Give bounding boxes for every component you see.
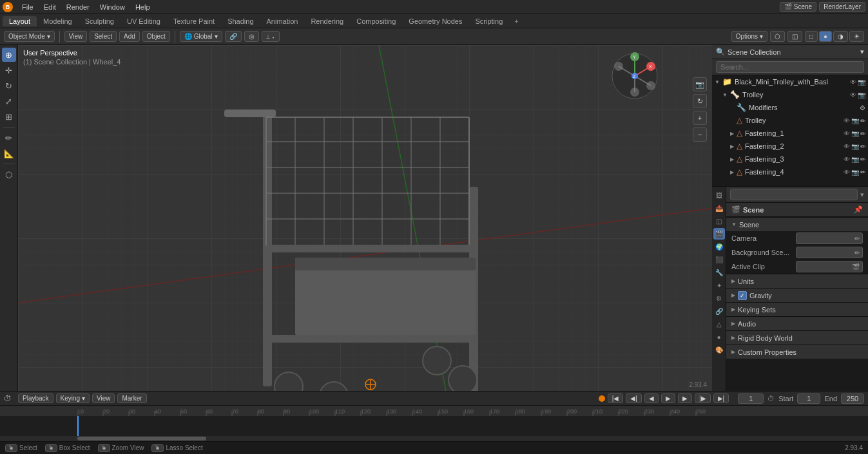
outliner-filter-icon[interactable]: ▾	[860, 48, 864, 56]
outliner-item-5[interactable]: ▶ △ Fastening_2 👁 📷 ✏	[712, 140, 868, 153]
tab-rendering[interactable]: Rendering	[304, 16, 350, 26]
scale-tool-btn[interactable]: ⤢	[2, 94, 16, 108]
tab-uv-editing[interactable]: UV Editing	[121, 16, 167, 26]
annotate-btn[interactable]: ✏	[2, 131, 16, 145]
options-btn[interactable]: Options ▾	[731, 31, 767, 42]
gravity-checkbox[interactable]: ✓	[738, 291, 747, 300]
next-keyframe-btn[interactable]: |▶	[695, 393, 711, 403]
extra-tools-btn[interactable]: ⟂ ▾	[262, 31, 280, 42]
menu-render[interactable]: Render	[61, 2, 95, 12]
edit-icon-7[interactable]: ✏	[860, 169, 865, 176]
render-toggle-4[interactable]: 📷	[851, 130, 859, 137]
gravity-section-header[interactable]: ▶ ✓ Gravity	[726, 288, 868, 302]
add-menu-btn[interactable]: Add	[119, 31, 140, 42]
timeline-scrollbar[interactable]	[0, 436, 868, 441]
prop-tab-particles[interactable]: ✦	[713, 279, 725, 291]
prop-tab-object-data[interactable]: △	[713, 318, 725, 330]
visibility-toggle-5[interactable]: 👁	[844, 143, 850, 150]
jump-start-btn[interactable]: |◀	[608, 393, 624, 403]
rigid-body-header[interactable]: ▶ Rigid Body World	[726, 330, 868, 345]
orbit-btn[interactable]: ↻	[693, 94, 707, 108]
next-frame-btn[interactable]: ▶	[678, 393, 692, 403]
view-menu-btn[interactable]: View	[92, 393, 115, 403]
menu-help[interactable]: Help	[130, 2, 155, 12]
tab-texture-paint[interactable]: Texture Paint	[167, 16, 221, 26]
jump-end-btn[interactable]: ▶|	[713, 393, 729, 403]
tab-sculpting[interactable]: Sculpting	[79, 16, 121, 26]
tab-scripting[interactable]: Scripting	[468, 16, 509, 26]
prop-tab-world[interactable]: 🌍	[713, 241, 725, 252]
viewport-canvas[interactable]: X Y Z 📷 ↻ +	[18, 45, 712, 391]
camera-toggle-0[interactable]: 📷	[858, 79, 865, 86]
visibility-toggle-6[interactable]: 👁	[844, 156, 850, 163]
prop-tab-output[interactable]: 📤	[713, 202, 725, 214]
lookdev-btn[interactable]: ◑	[833, 31, 848, 42]
visibility-toggle-4[interactable]: 👁	[844, 130, 850, 137]
tab-layout[interactable]: Layout	[3, 16, 37, 26]
prop-tab-modifier[interactable]: 🔧	[713, 267, 725, 278]
scene-selector[interactable]: 🎬 Scene	[780, 2, 816, 12]
move-tool-btn[interactable]: ✛	[2, 63, 16, 77]
menu-window[interactable]: Window	[95, 2, 130, 12]
active-clip-value-field[interactable]: 🎬	[796, 261, 863, 272]
visibility-toggle-0[interactable]: 👁	[850, 79, 856, 86]
camera-view-btn[interactable]: 📷	[693, 77, 707, 91]
outliner-item-3[interactable]: ▶ △ Trolley 👁 📷 ✏	[712, 114, 868, 127]
edit-icon-5[interactable]: ✏	[860, 143, 865, 150]
transform-orientation[interactable]: 🌐 Global ▾	[180, 31, 222, 42]
scene-section-header[interactable]: ▼ Scene	[726, 217, 868, 231]
audio-section-header[interactable]: ▶ Audio	[726, 316, 868, 330]
visibility-toggle-1[interactable]: 👁	[850, 91, 856, 99]
rendered-btn[interactable]: ☀	[849, 31, 864, 42]
tab-modeling[interactable]: Modeling	[37, 16, 79, 26]
overlay-btn[interactable]: ⬡	[770, 31, 785, 42]
playback-menu-btn[interactable]: Playback	[18, 393, 53, 403]
xray-btn[interactable]: ◫	[787, 31, 802, 42]
background-scene-edit-icon[interactable]: ✏	[854, 249, 860, 256]
menu-edit[interactable]: Edit	[39, 2, 61, 12]
cursor-tool-btn[interactable]: ⊕	[2, 48, 16, 62]
outliner-item-7[interactable]: ▶ △ Fastening_4 👁 📷 ✏	[712, 166, 868, 178]
render-layer-selector[interactable]: RenderLayer	[819, 2, 865, 12]
outliner-item-2[interactable]: ▶ 🔧 Modifiers ⚙	[712, 101, 868, 114]
viewport[interactable]: X Y Z 📷 ↻ +	[18, 45, 712, 391]
keying-sets-header[interactable]: ▶ Keying Sets	[726, 302, 868, 316]
custom-props-header[interactable]: ▶ Custom Properties	[726, 345, 868, 359]
select-menu-btn[interactable]: Select	[90, 31, 117, 42]
camera-value-field[interactable]: ✏	[796, 232, 863, 244]
render-toggle-6[interactable]: 📷	[851, 156, 859, 163]
tab-animation[interactable]: Animation	[260, 16, 305, 26]
wireframe-btn[interactable]: □	[805, 31, 818, 42]
properties-search-input[interactable]	[730, 189, 858, 200]
measure-btn[interactable]: 📐	[2, 146, 16, 160]
end-frame-input[interactable]	[841, 393, 864, 404]
proportional-edit-btn[interactable]: ◎	[244, 31, 259, 42]
render-toggle-5[interactable]: 📷	[851, 143, 859, 150]
prev-frame-btn[interactable]: ◀	[644, 393, 659, 403]
outliner-item-4[interactable]: ▶ △ Fastening_1 👁 📷 ✏	[712, 127, 868, 140]
prop-tab-render[interactable]: 🖼	[713, 189, 725, 201]
object-menu-btn[interactable]: Object	[142, 31, 170, 42]
edit-icon-4[interactable]: ✏	[860, 130, 865, 137]
keying-menu-btn[interactable]: Keying ▾	[56, 393, 90, 403]
render-toggle-1[interactable]: 📷	[858, 91, 865, 99]
transform-tool-btn[interactable]: ⊞	[2, 109, 16, 124]
prop-tab-color-management[interactable]: 🎨	[713, 344, 725, 355]
render-toggle-7[interactable]: 📷	[851, 169, 859, 176]
camera-edit-icon[interactable]: ✏	[854, 235, 860, 242]
prop-tab-object[interactable]: ⬛	[713, 254, 725, 265]
tab-shading[interactable]: Shading	[221, 16, 260, 26]
snap-btn[interactable]: 🔗	[225, 31, 242, 42]
add-workspace-button[interactable]: +	[509, 16, 523, 26]
tab-geometry-nodes[interactable]: Geometry Nodes	[402, 16, 468, 26]
scene-pin-icon[interactable]: 📌	[854, 205, 863, 214]
outliner-item-6[interactable]: ▶ △ Fastening_3 👁 📷 ✏	[712, 153, 868, 166]
prev-keyframe-btn[interactable]: ◀|	[626, 393, 642, 403]
visibility-toggle-3[interactable]: 👁	[844, 117, 850, 124]
start-frame-input[interactable]	[797, 393, 820, 404]
play-btn[interactable]: ▶	[661, 393, 675, 403]
outliner-search-input[interactable]	[716, 61, 864, 73]
add-cube-btn[interactable]: ⬡	[2, 167, 16, 182]
outliner-item-0[interactable]: ▼ 📁 Black_Mini_Trolley_with_Basl 👁 📷	[712, 75, 868, 88]
zoom-out-btn[interactable]: −	[693, 128, 707, 142]
